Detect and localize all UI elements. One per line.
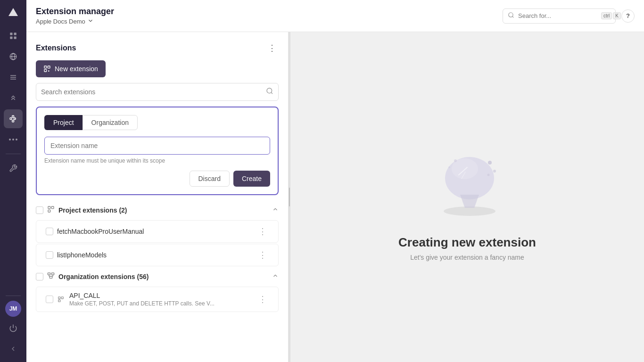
panel-more-button[interactable]: ⋮ — [265, 41, 279, 55]
svg-point-44 — [448, 166, 450, 168]
main-wrapper: Extension manager Apple Docs Demo ctrl K… — [26, 0, 644, 362]
panel-header: Extensions ⋮ — [26, 32, 288, 60]
svg-rect-29 — [51, 273, 54, 275]
table-row[interactable]: listIphoneModels ⋮ — [36, 244, 279, 266]
sidebar-item-data[interactable] — [4, 89, 23, 107]
ext-checkbox[interactable] — [46, 228, 53, 235]
workspace-name: Apple Docs Demo — [36, 18, 85, 25]
ext-item-content: API_CALL Make GET, POST, PUT and DELETE … — [69, 292, 253, 307]
svg-rect-22 — [44, 69, 47, 72]
project-extensions-group-header[interactable]: Project extensions (2) — [26, 201, 288, 219]
ext-more-button[interactable]: ⋮ — [256, 225, 269, 238]
ext-name: listIphoneModels — [57, 251, 253, 259]
new-extension-label: New extension — [55, 65, 98, 73]
global-search-bar[interactable]: ctrl K — [503, 8, 616, 24]
ext-checkbox[interactable] — [46, 251, 53, 259]
svg-point-41 — [493, 170, 496, 173]
search-shortcut: ctrl K — [601, 12, 621, 19]
sidebar: JM — [0, 0, 26, 362]
svg-line-19 — [512, 16, 514, 17]
svg-marker-0 — [8, 8, 18, 16]
workspace-selector[interactable]: Apple Docs Demo — [36, 17, 114, 25]
scope-tab-organization[interactable]: Organization — [83, 115, 138, 130]
page-title: Extension manager — [36, 7, 114, 16]
workspace-dropdown-icon — [87, 17, 94, 25]
svg-rect-13 — [12, 120, 14, 122]
extension-search-input[interactable] — [41, 88, 262, 96]
project-group-chevron — [272, 206, 279, 214]
sidebar-divider-2 — [6, 296, 21, 296]
sidebar-item-power[interactable] — [4, 319, 23, 337]
create-button[interactable]: Create — [233, 171, 270, 187]
topbar: Extension manager Apple Docs Demo ctrl K… — [26, 0, 644, 32]
new-extension-form: Project Organization Extension name must… — [36, 107, 279, 195]
app-logo[interactable] — [5, 4, 22, 21]
ext-name: fetchMacbookProUserManual — [57, 228, 253, 235]
svg-rect-26 — [51, 206, 54, 209]
ext-more-button[interactable]: ⋮ — [256, 293, 269, 305]
svg-rect-1 — [10, 33, 12, 35]
org-group-chevron — [272, 272, 279, 280]
svg-rect-20 — [44, 66, 47, 68]
svg-point-40 — [488, 161, 492, 165]
sidebar-item-list[interactable] — [4, 68, 23, 87]
k-key: K — [613, 12, 621, 19]
scope-tab-project[interactable]: Project — [44, 115, 83, 130]
sidebar-item-tools[interactable] — [4, 159, 23, 178]
left-panel: Extensions ⋮ New extension Project Organ… — [26, 32, 289, 362]
org-extensions-group-header[interactable]: Organization extensions (56) — [26, 267, 288, 286]
ext-more-button[interactable]: ⋮ — [256, 249, 269, 261]
svg-point-14 — [9, 139, 11, 140]
svg-point-42 — [487, 173, 490, 176]
svg-rect-27 — [48, 210, 50, 212]
form-actions: Discard Create — [44, 171, 270, 187]
scope-tabs: Project Organization — [44, 115, 270, 130]
ext-search-icon — [266, 87, 273, 97]
sidebar-divider-1 — [6, 154, 21, 154]
sidebar-collapse-button[interactable] — [4, 339, 23, 358]
table-row[interactable]: fetchMacbookProUserManual ⋮ — [36, 220, 279, 243]
svg-point-43 — [454, 159, 457, 162]
resize-handle[interactable] — [289, 32, 290, 362]
org-group-checkbox[interactable] — [36, 273, 43, 280]
avatar[interactable]: JM — [5, 301, 21, 317]
ext-checkbox[interactable] — [46, 296, 53, 303]
ext-item-content: listIphoneModels — [57, 251, 253, 259]
right-panel: Creating new extension Let's give your e… — [290, 32, 644, 362]
svg-point-15 — [12, 139, 14, 140]
svg-point-18 — [509, 12, 513, 16]
ext-item-content: fetchMacbookProUserManual — [57, 228, 253, 235]
api-call-icon — [57, 296, 65, 303]
svg-rect-12 — [12, 115, 14, 117]
right-panel-subtitle: Let's give your extension a fancy name — [410, 254, 524, 261]
svg-rect-3 — [10, 37, 12, 39]
panel-title: Extensions — [36, 44, 76, 52]
discard-button[interactable]: Discard — [190, 171, 230, 187]
right-panel-title: Creating new extension — [398, 235, 536, 250]
sidebar-item-more[interactable] — [4, 130, 23, 149]
ext-description: Make GET, POST, PUT and DELETE HTTP call… — [69, 300, 253, 307]
global-search-input[interactable] — [518, 12, 597, 19]
help-button[interactable]: ? — [621, 9, 635, 23]
svg-rect-2 — [14, 33, 17, 35]
topbar-left: Extension manager Apple Docs Demo — [36, 7, 114, 25]
topbar-right: ctrl K ? — [503, 8, 635, 24]
svg-rect-36 — [58, 300, 60, 302]
new-extension-button[interactable]: New extension — [36, 60, 106, 77]
ext-name: API_CALL — [69, 292, 253, 299]
sidebar-item-extensions[interactable] — [4, 109, 23, 128]
org-group-icon — [47, 272, 55, 281]
svg-rect-28 — [48, 273, 50, 275]
extension-list: Project extensions (2) fetchMacbookProUs… — [26, 201, 288, 362]
extension-search-bar[interactable] — [36, 83, 279, 101]
extension-name-hint: Extension name must be unique within its… — [44, 157, 270, 164]
svg-point-16 — [16, 139, 17, 140]
org-group-title: Organization extensions (56) — [58, 273, 268, 280]
extension-name-input[interactable] — [44, 137, 270, 155]
table-row[interactable]: API_CALL Make GET, POST, PUT and DELETE … — [36, 287, 279, 312]
project-group-icon — [47, 206, 55, 214]
sidebar-item-globe[interactable] — [4, 47, 23, 66]
project-group-checkbox[interactable] — [36, 206, 43, 214]
svg-marker-45 — [460, 195, 479, 208]
sidebar-item-reports[interactable] — [4, 26, 23, 45]
